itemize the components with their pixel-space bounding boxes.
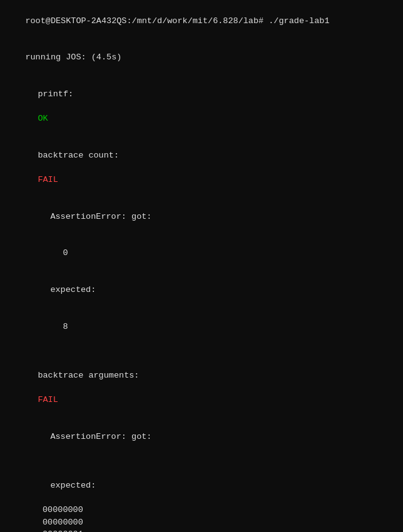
backtrace-count-line: backtrace count: FAIL	[5, 137, 398, 198]
count-got-value: 0	[5, 235, 398, 272]
assertion-args-got: AssertionError: got:	[5, 418, 398, 455]
backtrace-arguments-line: backtrace arguments: FAIL	[5, 357, 398, 418]
prompt-line: root@DESKTOP-2A432QS:/mnt/d/work/mit/6.8…	[5, 3, 398, 39]
args-val-3: 00000001	[5, 528, 398, 532]
spacer1	[5, 345, 398, 358]
printf-line: printf: OK	[5, 76, 398, 137]
args-expected-label: expected:	[5, 467, 398, 504]
running-line: running JOS: (4.5s)	[5, 39, 398, 76]
args-val-1: 00000000	[5, 504, 398, 516]
args-val-2: 00000000	[5, 516, 398, 529]
assertion-count-got: AssertionError: got:	[5, 198, 398, 235]
count-expected-value: 8	[5, 308, 398, 345]
count-expected-label: expected:	[5, 271, 398, 308]
args-spacer	[5, 455, 398, 468]
terminal-window: root@DESKTOP-2A432QS:/mnt/d/work/mit/6.8…	[5, 3, 398, 532]
